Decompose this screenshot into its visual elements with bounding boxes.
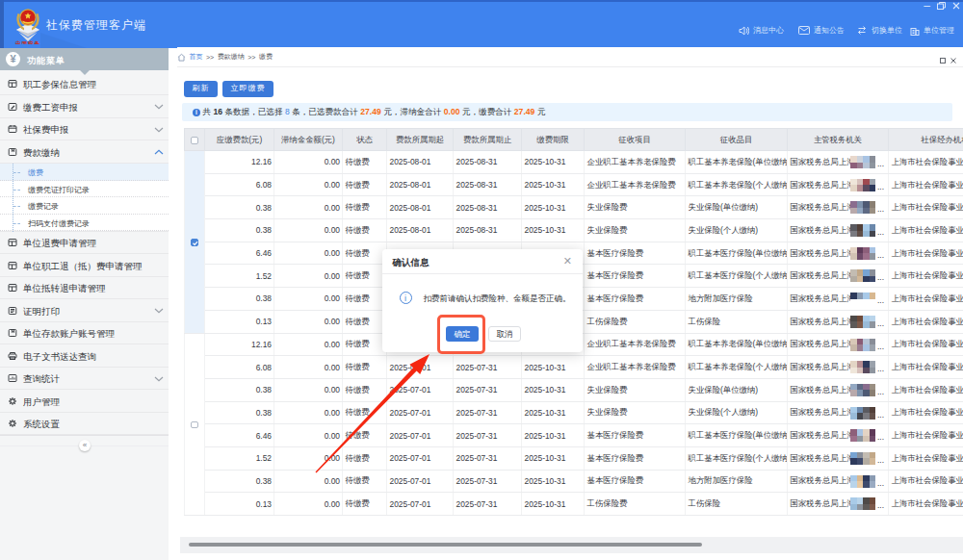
svg-text:中国税务: 中国税务 — [15, 40, 40, 44]
